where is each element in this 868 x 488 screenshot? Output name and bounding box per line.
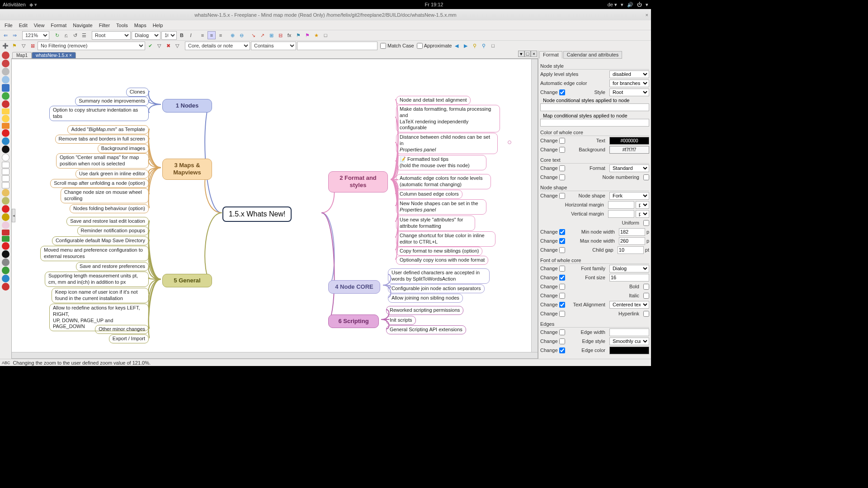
approximate[interactable]: Approximate xyxy=(417,42,452,50)
tab-active[interactable]: whatsNew-1.5.x × xyxy=(32,52,76,58)
style-select[interactable]: Root xyxy=(609,89,649,96)
tb-icon[interactable]: ⊖ xyxy=(237,31,245,39)
side-icon[interactable] xyxy=(2,162,9,168)
filter-scope-select[interactable]: Core, details or note xyxy=(185,42,250,50)
child-node[interactable]: Configurable join node action separators xyxy=(388,284,485,293)
filter-icon[interactable]: ⊠ xyxy=(28,42,37,50)
italic-icon[interactable]: I xyxy=(187,31,195,39)
zoom-select[interactable]: 121% xyxy=(22,31,49,40)
align-left-icon[interactable]: ≡ xyxy=(198,31,207,39)
side-icon[interactable] xyxy=(2,236,9,242)
filter-icon[interactable]: ▽ xyxy=(19,42,28,50)
nav-fwd-icon[interactable]: ⇒ xyxy=(10,31,19,39)
power-icon[interactable]: ⏻ xyxy=(637,2,642,7)
side-icon[interactable] xyxy=(2,267,9,274)
edgecolor[interactable] xyxy=(609,347,649,354)
tab-restore-icon[interactable]: □ xyxy=(524,51,531,57)
child-node[interactable]: 📝Formatted tool tips(hold the mouse over… xyxy=(396,155,486,170)
edgestyle-select[interactable]: Smoothly curved ( xyxy=(609,338,649,345)
filter-icon[interactable]: ⚑ xyxy=(10,42,19,50)
topic-general[interactable]: 5 General xyxy=(162,274,212,287)
side-icon[interactable] xyxy=(2,92,9,100)
mindmap-canvas[interactable]: ◂ xyxy=(11,59,538,359)
unit[interactable]: pt xyxy=(636,210,649,218)
child-node[interactable]: Allow joining non sibling nodes xyxy=(388,294,463,303)
filter-icon[interactable]: ✖ xyxy=(164,42,172,50)
child-node[interactable]: Moved menu and preference configuration … xyxy=(40,246,149,261)
child-node[interactable]: Added "BigMap.mm" as Template xyxy=(67,125,149,134)
child-node[interactable]: Use new style "attributes" for attribute… xyxy=(396,216,475,231)
child-node[interactable]: Make data formatting, formula processing… xyxy=(396,105,500,132)
child-node[interactable]: Column based edge colors xyxy=(396,190,462,199)
chk-numbering[interactable] xyxy=(643,174,649,180)
apply-level-select[interactable]: disabled xyxy=(609,70,649,78)
side-icon[interactable] xyxy=(2,60,9,67)
align-right-icon[interactable]: ≡ xyxy=(217,31,225,39)
menu-help[interactable]: Help xyxy=(150,22,166,29)
side-icon[interactable] xyxy=(2,145,9,153)
side-icon[interactable] xyxy=(2,76,9,84)
child-node[interactable]: Automatic edge colors for node levels (a… xyxy=(396,174,491,189)
chk[interactable] xyxy=(559,165,565,171)
chk[interactable] xyxy=(559,347,565,353)
tb-icon[interactable]: ⊕ xyxy=(228,31,236,39)
chk[interactable] xyxy=(559,229,565,235)
chk-uniform[interactable] xyxy=(643,220,649,226)
child-node[interactable]: Option to copy structure indentation as … xyxy=(49,106,149,121)
fold-toggle[interactable] xyxy=(508,141,511,144)
filter-icon[interactable]: ◀ xyxy=(453,42,461,50)
network-icon[interactable]: ▾ xyxy=(621,2,623,8)
child-node[interactable]: Other minor changes xyxy=(95,325,149,334)
menu-file[interactable]: File xyxy=(2,22,15,29)
child-node[interactable]: Save and restore preferences xyxy=(76,262,149,271)
chk[interactable] xyxy=(559,311,565,317)
filter-icon[interactable]: ⚲ xyxy=(480,42,488,50)
child-node[interactable]: Export / Import xyxy=(109,334,149,343)
scrollbar-h[interactable] xyxy=(12,352,538,358)
filtering-select[interactable]: No Filtering (remove) xyxy=(38,42,145,50)
chk-bold[interactable] xyxy=(643,284,649,290)
maxw-input[interactable] xyxy=(619,237,645,245)
vmargin-input[interactable] xyxy=(608,210,634,218)
fontsize-input[interactable] xyxy=(609,274,649,282)
child-node[interactable]: Summary node improvements xyxy=(75,97,149,106)
side-icon[interactable] xyxy=(2,283,9,291)
minw-input[interactable] xyxy=(619,228,645,236)
chk[interactable] xyxy=(559,302,565,308)
tb-icon[interactable]: ⊟ xyxy=(276,31,284,39)
child-node[interactable]: Clones xyxy=(126,88,149,97)
shape-select[interactable]: Fork xyxy=(609,192,649,200)
child-node[interactable]: Configurable default Map Save Directory xyxy=(52,236,149,245)
tb-icon[interactable]: ⚑ xyxy=(294,31,302,39)
menu-navigate[interactable]: Navigate xyxy=(70,22,95,29)
child-node[interactable]: Option "Center small maps" for map posit… xyxy=(56,153,149,169)
style-select[interactable]: Root xyxy=(92,31,131,40)
side-icon[interactable] xyxy=(2,52,9,59)
child-node[interactable]: Copy format to new siblings (option) xyxy=(396,247,482,256)
tab-min-icon[interactable]: ▾ xyxy=(518,51,524,57)
side-icon[interactable] xyxy=(2,137,9,145)
child-node[interactable]: Keep icon name of user icon if it's not … xyxy=(52,288,149,303)
hmargin-input[interactable] xyxy=(608,201,634,209)
tb-icon[interactable]: ↺ xyxy=(71,31,79,39)
side-icon[interactable] xyxy=(2,189,9,197)
tab-calendar[interactable]: Calendar and attributes xyxy=(563,51,622,59)
side-icon[interactable] xyxy=(2,242,9,250)
bg-color[interactable]: #f7f7f7 xyxy=(609,146,649,154)
menu-format[interactable]: Format xyxy=(48,22,69,29)
tab-map1[interactable]: Map1 xyxy=(12,52,32,58)
expand-icon[interactable]: ▾ xyxy=(646,2,648,8)
side-icon[interactable] xyxy=(2,100,9,108)
tb-icon[interactable]: ↗ xyxy=(258,31,266,39)
panel-toggle[interactable]: ◂ xyxy=(12,209,15,222)
filter-icon[interactable]: ▽ xyxy=(173,42,181,50)
text-color[interactable]: #000000 xyxy=(609,137,649,145)
side-icon[interactable] xyxy=(2,258,9,266)
side-icon[interactable] xyxy=(2,275,9,282)
side-icon[interactable] xyxy=(2,182,9,188)
tab-close-icon[interactable]: × xyxy=(531,51,537,57)
tb-icon[interactable]: ↘ xyxy=(249,31,257,39)
chk[interactable] xyxy=(559,329,565,335)
child-node[interactable]: Reworked scripting permissions xyxy=(386,306,463,315)
font-size-select[interactable]: 16 xyxy=(161,31,177,40)
